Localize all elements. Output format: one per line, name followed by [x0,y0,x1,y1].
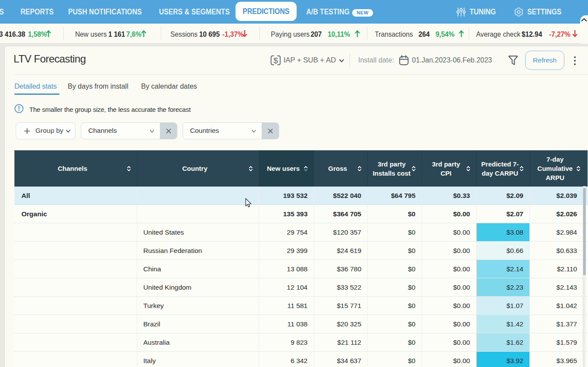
svg-text:$: $ [273,56,278,65]
